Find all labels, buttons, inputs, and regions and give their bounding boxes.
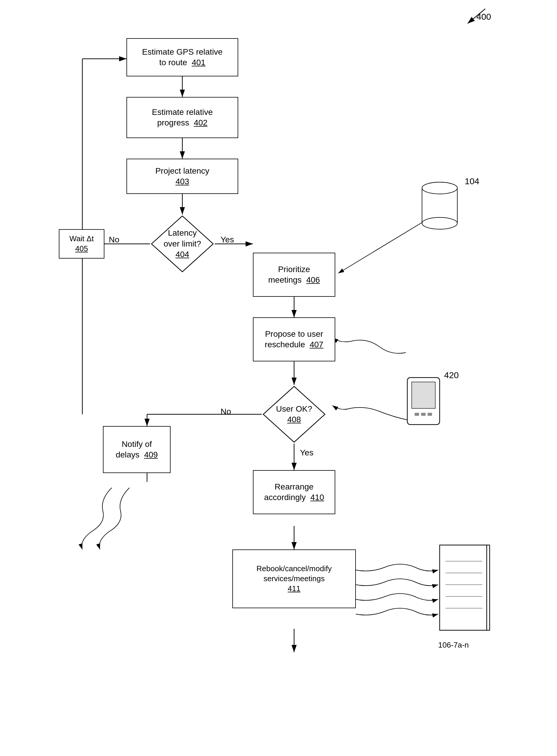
ref-407: 407 — [310, 340, 323, 349]
box-410: Rearrangeaccordingly 410 — [253, 470, 335, 514]
ref-420: 420 — [444, 370, 459, 380]
svg-rect-30 — [421, 413, 426, 416]
ref-410: 410 — [310, 493, 324, 502]
svg-point-26 — [422, 182, 457, 194]
box-405: Wait Δt405 — [59, 229, 105, 258]
label-yes-408: Yes — [300, 448, 314, 458]
box-409: Notify ofdelays 409 — [103, 426, 171, 473]
ref-104: 104 — [465, 176, 479, 186]
box-406: Prioritizemeetings 406 — [253, 253, 335, 297]
svg-rect-32 — [440, 545, 487, 630]
connectors — [0, 0, 557, 756]
ref-408: 408 — [287, 415, 301, 424]
svg-line-38 — [468, 9, 485, 24]
cylinder-104 — [420, 179, 459, 232]
diamond-408: User OK?408 — [262, 385, 326, 444]
ref-404: 404 — [176, 250, 189, 259]
ref-406: 406 — [306, 275, 320, 284]
box-407: Propose to userreschedule 407 — [253, 317, 335, 361]
phone-420 — [406, 376, 441, 426]
ref-401: 401 — [192, 58, 206, 67]
label-no-408: No — [221, 407, 231, 416]
svg-point-25 — [422, 217, 457, 229]
ref-405: 405 — [75, 244, 88, 253]
label-no-404: No — [109, 235, 119, 245]
ref-402: 402 — [194, 118, 208, 127]
doc-106 — [438, 543, 491, 638]
ref-403: 403 — [176, 177, 189, 186]
arrow-400 — [465, 6, 488, 29]
svg-rect-29 — [415, 413, 419, 416]
svg-rect-28 — [412, 382, 435, 408]
label-yes-404: Yes — [221, 235, 234, 245]
svg-rect-31 — [428, 413, 432, 416]
box-411: Rebook/cancel/modifyservices/meetings411 — [232, 549, 356, 608]
box-401: Estimate GPS relativeto route 401 — [126, 38, 238, 76]
flowchart-diagram: 400 Estimate GPS relativeto route 401 Es… — [0, 0, 557, 756]
box-403: Project latency403 — [126, 159, 238, 194]
ref-411: 411 — [288, 584, 300, 593]
ref-106: 106-7a-n — [438, 640, 469, 650]
box-402: Estimate relativeprogress 402 — [126, 97, 238, 138]
diamond-404: Latencyover limit?404 — [150, 215, 215, 273]
ref-409: 409 — [144, 450, 158, 459]
